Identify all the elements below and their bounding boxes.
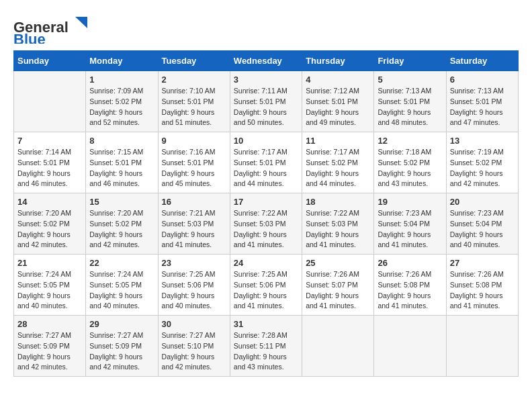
day-info-line: Sunset: 5:03 PM bbox=[306, 220, 358, 228]
day-number: 9 bbox=[162, 136, 226, 146]
day-info-line: and 47 minutes. bbox=[450, 118, 500, 126]
day-info-line: Sunset: 5:01 PM bbox=[378, 97, 430, 105]
weekday-header-thursday: Thursday bbox=[302, 51, 374, 71]
weekday-header-row: SundayMondayTuesdayWednesdayThursdayFrid… bbox=[14, 51, 519, 71]
day-info-line: Sunrise: 7:18 AM bbox=[378, 148, 431, 156]
day-info-line: Daylight: 9 hours bbox=[89, 291, 142, 300]
day-info-line: Sunrise: 7:11 AM bbox=[234, 87, 287, 95]
day-info-line: Sunset: 5:04 PM bbox=[450, 220, 502, 228]
day-info-line: and 41 minutes. bbox=[162, 240, 212, 248]
weekday-header-sunday: Sunday bbox=[14, 51, 86, 71]
day-info-line: Sunset: 5:02 PM bbox=[378, 158, 430, 167]
day-info-line: Daylight: 9 hours bbox=[234, 169, 287, 177]
day-cell-4: 4Sunrise: 7:12 AMSunset: 5:01 PMDaylight… bbox=[302, 71, 374, 132]
day-info-line: and 43 minutes. bbox=[234, 363, 284, 371]
weekday-header-friday: Friday bbox=[374, 51, 446, 71]
day-number: 5 bbox=[378, 75, 442, 85]
day-info-line: Sunrise: 7:22 AM bbox=[306, 209, 359, 217]
day-info-line: and 46 minutes. bbox=[89, 179, 140, 187]
week-row-3: 14Sunrise: 7:20 AMSunset: 5:02 PMDayligh… bbox=[14, 193, 519, 255]
day-info-line: Daylight: 9 hours bbox=[378, 291, 431, 300]
day-cell-12: 12Sunrise: 7:18 AMSunset: 5:02 PMDayligh… bbox=[374, 132, 446, 193]
empty-cell bbox=[374, 316, 446, 377]
day-info-line: and 40 minutes. bbox=[17, 302, 68, 310]
empty-cell bbox=[14, 71, 86, 132]
day-info: Sunrise: 7:11 AMSunset: 5:01 PMDaylight:… bbox=[234, 86, 298, 128]
day-info-line: Daylight: 9 hours bbox=[162, 108, 215, 116]
day-info-line: and 44 minutes. bbox=[234, 179, 284, 187]
day-cell-25: 25Sunrise: 7:26 AMSunset: 5:07 PMDayligh… bbox=[302, 255, 374, 316]
day-info-line: and 40 minutes. bbox=[162, 302, 212, 310]
calendar-table: SundayMondayTuesdayWednesdayThursdayFrid… bbox=[13, 50, 519, 377]
day-info-line: and 40 minutes. bbox=[450, 240, 500, 248]
day-info: Sunrise: 7:26 AMSunset: 5:08 PMDaylight:… bbox=[450, 269, 515, 312]
week-row-4: 21Sunrise: 7:24 AMSunset: 5:05 PMDayligh… bbox=[14, 255, 519, 316]
day-cell-14: 14Sunrise: 7:20 AMSunset: 5:02 PMDayligh… bbox=[14, 193, 86, 255]
day-info-line: Sunrise: 7:13 AM bbox=[378, 87, 431, 95]
day-info-line: Daylight: 9 hours bbox=[450, 108, 503, 116]
day-cell-24: 24Sunrise: 7:25 AMSunset: 5:06 PMDayligh… bbox=[230, 255, 302, 316]
day-number: 20 bbox=[450, 197, 515, 207]
page-header: General Blue bbox=[13, 13, 519, 44]
day-info-line: Sunrise: 7:22 AM bbox=[234, 209, 287, 217]
day-info-line: Daylight: 9 hours bbox=[234, 230, 287, 238]
day-info-line: Sunset: 5:11 PM bbox=[234, 342, 286, 350]
day-cell-23: 23Sunrise: 7:25 AMSunset: 5:06 PMDayligh… bbox=[158, 255, 230, 316]
day-number: 27 bbox=[450, 258, 515, 268]
day-cell-10: 10Sunrise: 7:17 AMSunset: 5:01 PMDayligh… bbox=[230, 132, 302, 193]
day-number: 13 bbox=[450, 136, 515, 146]
empty-cell bbox=[302, 316, 374, 377]
day-info-line: Daylight: 9 hours bbox=[89, 230, 142, 238]
day-info-line: Daylight: 9 hours bbox=[450, 230, 503, 238]
day-number: 15 bbox=[89, 197, 154, 207]
day-cell-17: 17Sunrise: 7:22 AMSunset: 5:03 PMDayligh… bbox=[230, 193, 302, 255]
day-cell-28: 28Sunrise: 7:27 AMSunset: 5:09 PMDayligh… bbox=[14, 316, 86, 377]
day-info-line: Sunset: 5:02 PM bbox=[450, 158, 502, 167]
day-info-line: Sunrise: 7:27 AM bbox=[162, 331, 216, 339]
day-number: 10 bbox=[234, 136, 298, 146]
day-info-line: Sunrise: 7:17 AM bbox=[306, 148, 359, 156]
day-info-line: Sunrise: 7:21 AM bbox=[162, 209, 216, 217]
day-info-line: and 48 minutes. bbox=[378, 118, 428, 126]
day-info-line: Sunset: 5:02 PM bbox=[306, 158, 358, 167]
day-info: Sunrise: 7:18 AMSunset: 5:02 PMDaylight:… bbox=[378, 147, 442, 189]
day-info-line: Sunrise: 7:27 AM bbox=[17, 331, 71, 339]
day-info-line: and 42 minutes. bbox=[89, 363, 140, 371]
day-number: 4 bbox=[306, 75, 370, 85]
day-info-line: Sunset: 5:01 PM bbox=[162, 158, 214, 167]
day-info: Sunrise: 7:17 AMSunset: 5:01 PMDaylight:… bbox=[234, 147, 298, 189]
day-info-line: Sunrise: 7:26 AM bbox=[378, 270, 431, 278]
day-info: Sunrise: 7:17 AMSunset: 5:02 PMDaylight:… bbox=[306, 147, 370, 189]
day-info-line: Sunrise: 7:20 AM bbox=[89, 209, 143, 217]
day-number: 22 bbox=[89, 258, 154, 268]
weekday-header-wednesday: Wednesday bbox=[230, 51, 302, 71]
day-info: Sunrise: 7:25 AMSunset: 5:06 PMDaylight:… bbox=[234, 269, 298, 312]
day-info-line: Sunrise: 7:15 AM bbox=[89, 148, 143, 156]
day-number: 31 bbox=[234, 319, 298, 329]
day-info: Sunrise: 7:27 AMSunset: 5:10 PMDaylight:… bbox=[162, 330, 226, 373]
day-info: Sunrise: 7:27 AMSunset: 5:09 PMDaylight:… bbox=[17, 330, 82, 373]
day-info: Sunrise: 7:28 AMSunset: 5:11 PMDaylight:… bbox=[234, 330, 298, 373]
day-number: 1 bbox=[89, 75, 154, 85]
day-info: Sunrise: 7:22 AMSunset: 5:03 PMDaylight:… bbox=[234, 208, 298, 250]
day-info-line: and 42 minutes. bbox=[162, 363, 212, 371]
day-info-line: Daylight: 9 hours bbox=[234, 108, 287, 116]
day-number: 2 bbox=[162, 75, 226, 85]
day-info-line: and 41 minutes. bbox=[306, 240, 356, 248]
day-info-line: Sunset: 5:05 PM bbox=[89, 281, 142, 289]
day-info-line: Sunrise: 7:23 AM bbox=[450, 209, 504, 217]
day-info-line: Sunset: 5:08 PM bbox=[450, 281, 502, 289]
day-info-line: Sunrise: 7:13 AM bbox=[450, 87, 504, 95]
day-cell-21: 21Sunrise: 7:24 AMSunset: 5:05 PMDayligh… bbox=[14, 255, 86, 316]
day-info-line: Daylight: 9 hours bbox=[306, 108, 359, 116]
day-info: Sunrise: 7:21 AMSunset: 5:03 PMDaylight:… bbox=[162, 208, 226, 250]
day-number: 18 bbox=[306, 197, 370, 207]
day-info-line: Daylight: 9 hours bbox=[378, 230, 431, 238]
day-info-line: Daylight: 9 hours bbox=[17, 291, 71, 300]
day-info-line: and 41 minutes. bbox=[234, 240, 284, 248]
day-info: Sunrise: 7:15 AMSunset: 5:01 PMDaylight:… bbox=[89, 147, 154, 189]
day-info: Sunrise: 7:22 AMSunset: 5:03 PMDaylight:… bbox=[306, 208, 370, 250]
day-info-line: Sunset: 5:01 PM bbox=[89, 158, 142, 167]
day-info: Sunrise: 7:26 AMSunset: 5:07 PMDaylight:… bbox=[306, 269, 370, 312]
week-row-5: 28Sunrise: 7:27 AMSunset: 5:09 PMDayligh… bbox=[14, 316, 519, 377]
